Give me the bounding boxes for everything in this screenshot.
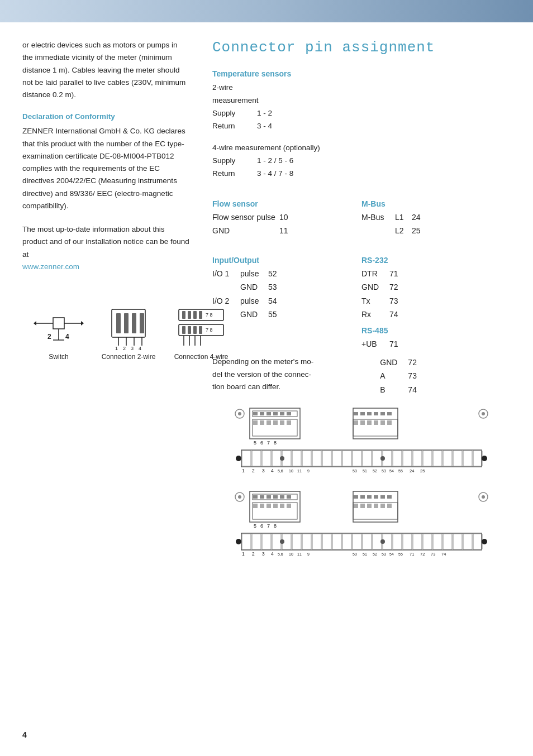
svg-rect-12 (132, 313, 136, 333)
svg-point-119 (380, 456, 385, 461)
svg-rect-79 (272, 451, 281, 466)
svg-text:24: 24 (410, 468, 414, 473)
return4-value: 3 - 4 / 7 - 8 (257, 168, 293, 180)
ub-label: +UB (361, 337, 389, 351)
io-title: Input/Output (212, 256, 361, 265)
return-value: 3 - 4 (257, 120, 272, 133)
svg-rect-62 (354, 412, 358, 415)
dtr-num: 71 (389, 267, 398, 281)
svg-rect-146 (367, 495, 372, 499)
rs232-gnd-label: GND (361, 280, 389, 294)
svg-rect-77 (252, 451, 261, 466)
svg-point-39 (238, 412, 241, 415)
rs232-gnd-num: 72 (389, 280, 398, 294)
svg-text:52: 52 (373, 469, 377, 473)
svg-rect-81 (292, 451, 301, 466)
svg-text:10: 10 (289, 552, 293, 556)
svg-rect-129 (273, 495, 278, 499)
switch-symbol: 2 4 (34, 312, 84, 351)
rs485-values-col: GND 72 A 73 B 74 (369, 356, 511, 397)
svg-rect-86 (342, 451, 351, 466)
svg-rect-92 (403, 451, 412, 466)
svg-text:4: 4 (65, 333, 69, 341)
flow-gnd-num: 11 (279, 224, 299, 238)
svg-text:11: 11 (297, 552, 302, 556)
flow-row-2: GND 11 (212, 224, 361, 238)
svg-rect-73 (380, 420, 385, 425)
svg-point-202 (280, 539, 284, 544)
board-svg-1: 5 6 7 8 (233, 405, 490, 478)
temp-sensors-title: Temperature sensors (212, 69, 511, 78)
depending-section: Depending on the meter's mo-del the vers… (212, 356, 511, 397)
svg-rect-163 (292, 534, 301, 549)
temp-sensors-section: Temperature sensors 2-wire measurement S… (212, 69, 511, 180)
switch-diagram: 2 4 Switch (34, 312, 84, 361)
svg-rect-69 (354, 420, 358, 425)
svg-rect-135 (266, 504, 271, 508)
board-svg-2: 5 6 7 8 (233, 489, 490, 561)
svg-point-100 (236, 456, 241, 461)
a-row: A 73 (380, 369, 511, 383)
io2-label: I/O 2 (212, 294, 240, 308)
mbus-l1-label: M-Bus (361, 210, 395, 224)
svg-rect-94 (423, 451, 432, 466)
io2-gnd-label: GND (240, 308, 268, 322)
flow-gnd-label: GND (212, 224, 279, 238)
svg-rect-127 (260, 495, 264, 499)
conn2wire-diagram: 1 2 3 4 Connection 2-wire (101, 307, 156, 361)
svg-rect-98 (463, 451, 472, 466)
svg-rect-147 (374, 495, 378, 499)
ub-row: +UB 71 (361, 337, 511, 351)
svg-text:7: 7 (267, 523, 270, 529)
supply-label: Supply (212, 107, 257, 120)
main-title: Connector pin assignment (212, 39, 511, 56)
flow-sensor-title: Flow sensor (212, 199, 361, 208)
left-column: or electric devices such as motors or pu… (22, 39, 190, 572)
rs232-title: RS-232 (361, 256, 511, 265)
svg-rect-78 (262, 451, 271, 466)
svg-text:51: 51 (363, 469, 367, 473)
svg-rect-71 (367, 420, 372, 425)
io1-gnd-row: GND 53 (212, 280, 361, 294)
svg-rect-99 (473, 451, 482, 466)
svg-text:7  8: 7 8 (206, 312, 213, 318)
svg-text:6: 6 (260, 440, 263, 446)
svg-rect-149 (387, 495, 392, 499)
board-diagram-2: 5 6 7 8 (233, 489, 490, 563)
svg-rect-82 (302, 451, 311, 466)
a-label: A (380, 369, 408, 383)
svg-point-183 (482, 539, 487, 544)
svg-rect-65 (374, 412, 378, 415)
svg-rect-153 (367, 504, 372, 508)
rs485-header-row: RS-485 (361, 324, 511, 338)
top-banner (0, 0, 533, 22)
svg-rect-52 (260, 420, 264, 425)
svg-text:71: 71 (410, 552, 414, 557)
mbus-title: M-Bus (361, 199, 511, 208)
svg-rect-87 (353, 451, 361, 466)
svg-point-118 (280, 456, 284, 461)
svg-rect-63 (360, 412, 365, 415)
supply4-value: 1 - 2 / 5 - 6 (257, 155, 293, 168)
a-num: 73 (408, 369, 417, 383)
svg-rect-167 (332, 534, 341, 549)
svg-text:8: 8 (274, 440, 277, 446)
gnd-485-row: GND 72 (380, 356, 511, 370)
svg-rect-89 (373, 451, 382, 466)
svg-rect-171 (373, 534, 382, 549)
svg-text:55: 55 (398, 552, 403, 556)
io1-pulse-num: 52 (268, 267, 277, 281)
svg-rect-134 (260, 504, 264, 508)
b-row: B 74 (380, 383, 511, 397)
mbus-subsection: M-Bus M-Bus L1 24 L2 25 (361, 199, 511, 238)
svg-rect-176 (423, 534, 432, 549)
website-link[interactable]: www.zenner.com (22, 262, 79, 271)
svg-text:2: 2 (252, 551, 255, 557)
svg-text:5,6: 5,6 (278, 552, 283, 556)
svg-rect-46 (266, 412, 271, 415)
mbus-l2-num: 25 (412, 224, 421, 238)
svg-rect-160 (262, 534, 271, 549)
return4-row: Return 3 - 4 / 7 - 8 (212, 168, 511, 180)
return-row: Return 3 - 4 (212, 120, 511, 133)
svg-text:7: 7 (267, 440, 270, 446)
